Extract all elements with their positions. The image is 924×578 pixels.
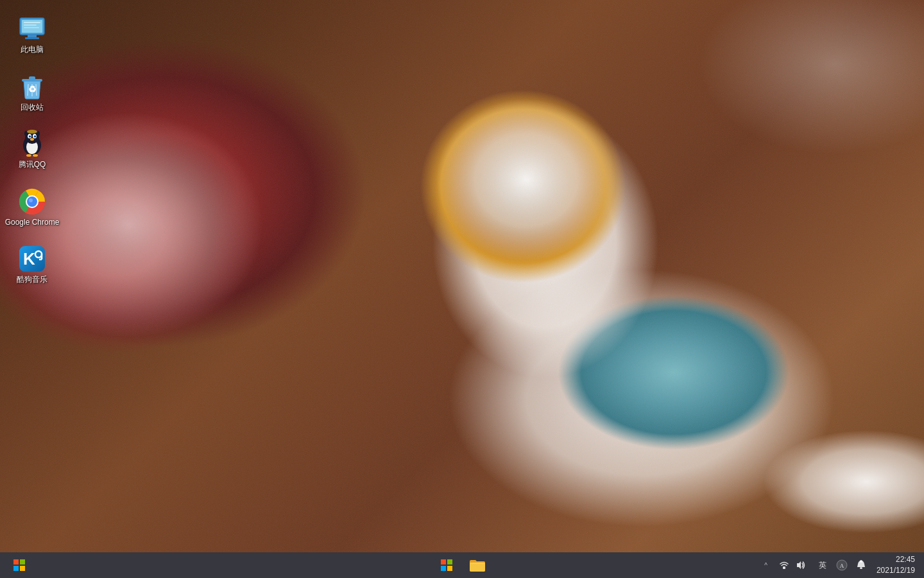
taskbar-right: ^ 英 [762, 553, 919, 577]
svg-rect-41 [20, 566, 25, 571]
svg-rect-49 [860, 567, 862, 569]
tray-chevron-button[interactable]: ^ [762, 559, 770, 572]
language-indicator[interactable]: 英 [815, 557, 830, 574]
svg-rect-4 [24, 22, 40, 23]
ksong-icon-label: 酷狗音乐 [17, 275, 47, 285]
taskbar-left [5, 552, 33, 578]
svg-line-12 [36, 84, 37, 96]
svg-text:A: A [840, 563, 844, 569]
taskbar-center [432, 552, 492, 578]
svg-point-22 [30, 138, 34, 141]
svg-rect-39 [20, 559, 25, 565]
ksong-icon: K [19, 245, 46, 272]
svg-rect-46 [783, 566, 785, 569]
svg-line-10 [28, 84, 28, 96]
computer-icon-label: 此电脑 [21, 45, 44, 55]
svg-rect-8 [29, 76, 35, 80]
desktop-icon-tencent-qq[interactable]: 腾讯QQ [6, 128, 58, 173]
taskbar-start-icon[interactable] [432, 552, 461, 578]
windows-logo-icon [13, 559, 25, 571]
network-tray-icon[interactable] [776, 557, 792, 573]
taskbar-windows-icon [441, 559, 452, 571]
system-tray-area [774, 557, 811, 573]
notification-icon [856, 560, 866, 570]
start-button[interactable] [5, 552, 33, 578]
desktop: 此电脑 ♻ 回收站 [0, 0, 924, 552]
desktop-icons: 此电脑 ♻ 回收站 [6, 13, 58, 288]
recycle-bin-icon: ♻ [20, 73, 44, 100]
svg-rect-6 [24, 27, 39, 28]
wallpaper [0, 0, 924, 552]
svg-rect-2 [28, 35, 37, 37]
system-clock[interactable]: 22:45 2021/12/19 [873, 553, 919, 577]
svg-rect-5 [24, 24, 37, 26]
svg-point-31 [29, 198, 33, 202]
speaker-icon [796, 560, 806, 570]
svg-rect-42 [441, 559, 446, 565]
svg-rect-38 [13, 559, 19, 565]
notification-tray-icon[interactable] [853, 557, 869, 573]
svg-point-50 [860, 560, 862, 563]
desktop-icon-recycle-bin[interactable]: ♻ 回收站 [6, 71, 58, 116]
qq-icon-label: 腾讯QQ [19, 160, 46, 170]
clock-date: 2021/12/19 [877, 565, 915, 576]
svg-rect-44 [441, 566, 446, 571]
taskbar-file-explorer[interactable] [463, 552, 492, 578]
chrome-icon-label: Google Chrome [5, 218, 60, 228]
clock-time: 22:45 [896, 554, 915, 565]
recycle-bin-icon-label: 回收站 [21, 103, 44, 113]
svg-point-23 [26, 154, 31, 157]
network-icon [779, 560, 789, 570]
svg-text:K: K [23, 249, 35, 268]
qq-icon [19, 130, 46, 158]
svg-rect-3 [25, 37, 39, 39]
svg-point-21 [35, 136, 36, 137]
svg-point-27 [27, 130, 37, 134]
svg-point-24 [33, 154, 38, 157]
volume-tray-icon[interactable] [793, 557, 809, 573]
input-method-icon[interactable]: A [834, 557, 850, 573]
desktop-icon-google-chrome[interactable]: Google Chrome [6, 186, 58, 231]
svg-point-20 [30, 136, 31, 137]
taskbar: ^ 英 [0, 552, 924, 578]
computer-icon [19, 17, 46, 41]
svg-rect-45 [447, 566, 452, 571]
svg-rect-40 [13, 566, 19, 571]
desktop-icon-ksong-music[interactable]: K 酷狗音乐 [6, 243, 58, 288]
svg-rect-43 [447, 559, 452, 565]
input-method-indicator: A [836, 559, 848, 571]
folder-icon [470, 559, 485, 572]
chrome-icon [19, 188, 46, 215]
desktop-icon-my-computer[interactable]: 此电脑 [6, 13, 58, 58]
